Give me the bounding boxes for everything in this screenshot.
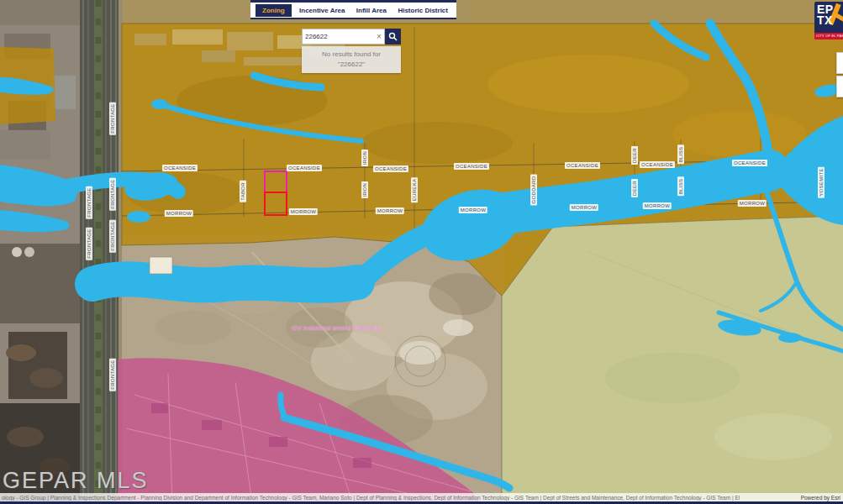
- street-label-morrow: MORROW: [459, 207, 487, 213]
- street-label-frontage: FRONTAGE: [109, 102, 116, 134]
- street-label-goddard: GODDARD: [530, 175, 537, 206]
- street-label-oceanside: OCEANSIDE: [732, 160, 767, 166]
- city-of-el-paso-logo: EP TX CITY OF EL PASO: [814, 2, 843, 39]
- street-label-morrow: MORROW: [165, 210, 193, 217]
- attribution-bar: ology - GIS Group | Planning & Inspectio…: [0, 493, 843, 501]
- attribution-text: ology - GIS Group | Planning & Inspectio…: [0, 495, 740, 501]
- street-label-oceanside: OCEANSIDE: [287, 165, 322, 171]
- street-label-oceanside: OCEANSIDE: [373, 165, 408, 172]
- street-label-bliss: BLISS: [677, 177, 684, 197]
- search-icon: [388, 32, 398, 41]
- street-label-eureka: EUREKA: [411, 177, 418, 202]
- zoning-map-app: OCEANSIDE OCEANSIDE OCEANSIDE OCEANSIDE …: [0, 0, 843, 504]
- layer-tab-bar: Zoning Incentive Area Infill Area Histor…: [250, 0, 456, 19]
- street-label-frontage: FRONTAGE: [86, 186, 92, 218]
- powered-by-esri: Powered by Esri: [801, 495, 843, 501]
- gepar-mls-watermark: GEPAR MLS: [3, 468, 149, 494]
- map-control-button-bottom[interactable]: [836, 76, 843, 97]
- street-label-bliss: BLISS: [677, 145, 684, 165]
- street-label-oceanside: OCEANSIDE: [454, 163, 489, 170]
- street-label-morrow: MORROW: [289, 208, 318, 215]
- street-label-deer: DEER: [631, 179, 638, 197]
- street-label-morrow: MORROW: [570, 204, 598, 211]
- logo-caption: CITY OF EL PASO: [814, 33, 843, 39]
- street-label-iron: IRON: [361, 150, 368, 166]
- street-label-deer: DEER: [631, 146, 638, 165]
- tab-incentive-area[interactable]: Incentive Area: [296, 4, 348, 17]
- street-label-iron: IRON: [361, 181, 368, 198]
- no-results-line2: "226622": [303, 60, 399, 70]
- street-label-oceanside: OCEANSIDE: [640, 161, 675, 168]
- map-canvas[interactable]: [0, 0, 843, 504]
- street-label-frontage: FRONTAGE: [86, 227, 92, 260]
- area-label: GV Industrial and/or Railyards: [292, 324, 382, 332]
- no-results-popup: No results found for "226622": [302, 46, 401, 73]
- zoning-sage-layer: [502, 216, 843, 504]
- tab-infill-area[interactable]: Infill Area: [353, 4, 390, 17]
- street-label-morrow: MORROW: [738, 200, 767, 207]
- street-label-oceanside: OCEANSIDE: [565, 162, 600, 169]
- street-label-yosemite: YOSEMITE: [818, 166, 825, 197]
- no-results-line1: No results found for: [303, 50, 399, 60]
- clear-search-icon[interactable]: ×: [374, 29, 385, 45]
- logo-line2: TX: [817, 15, 843, 26]
- street-label-morrow: MORROW: [376, 207, 404, 214]
- street-label-frontage: FRONTAGE: [109, 358, 116, 391]
- tab-historic-district[interactable]: Historic District: [394, 4, 451, 17]
- street-label-morrow: MORROW: [643, 202, 672, 209]
- tab-zoning[interactable]: Zoning: [256, 4, 292, 17]
- street-label-frontage: FRONTAGE: [109, 177, 116, 210]
- street-label-tabor: TABOR: [240, 181, 246, 202]
- street-label-frontage: FRONTAGE: [109, 219, 116, 252]
- search-input[interactable]: [302, 29, 374, 45]
- search-button[interactable]: [385, 29, 401, 45]
- street-label-oceanside: OCEANSIDE: [162, 165, 198, 171]
- search-widget: × No results found for "226622": [302, 29, 401, 73]
- building: [150, 257, 172, 274]
- map-control-button-top[interactable]: [836, 52, 843, 74]
